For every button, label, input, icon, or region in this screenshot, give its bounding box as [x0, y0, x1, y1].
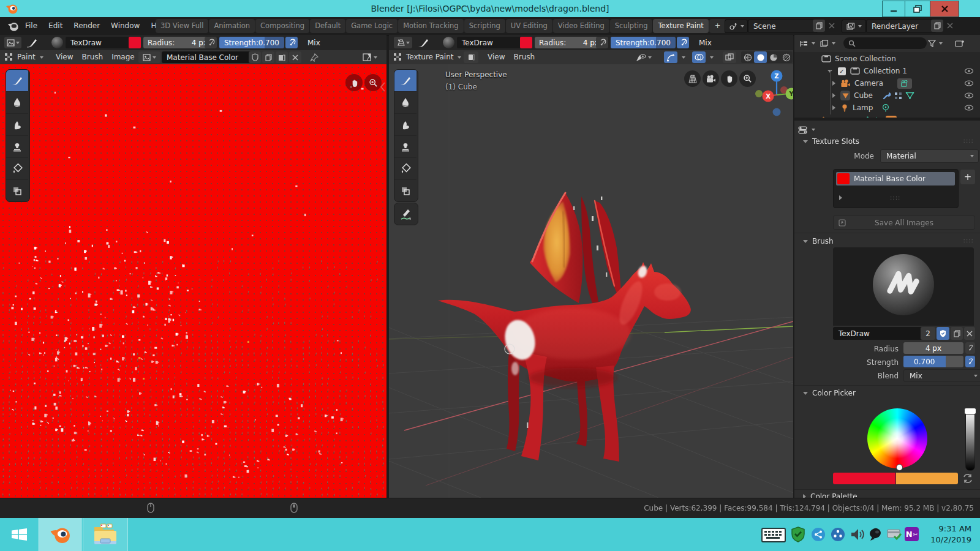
outliner-search-input[interactable] — [843, 37, 927, 49]
hide-eye-icon[interactable] — [964, 105, 974, 111]
interaction-mode-dropdown[interactable]: Texture Paint — [394, 50, 461, 64]
disclosure-icon[interactable] — [832, 105, 835, 110]
image-copy-button[interactable] — [262, 51, 274, 63]
tool-soften-3d[interactable] — [394, 92, 417, 114]
antivirus-shield-icon[interactable] — [791, 527, 805, 542]
taskbar-clock[interactable]: 9:31 AM 10/2/2019 — [930, 523, 971, 545]
tool-draw[interactable] — [6, 70, 28, 92]
color-palette-panel-header[interactable]: Color Palette — [803, 492, 858, 498]
list-resize-grip[interactable]: :::: — [890, 194, 900, 201]
scene-browse-button[interactable] — [725, 20, 748, 33]
share-tray-icon[interactable] — [811, 527, 826, 542]
save-all-images-button[interactable]: Save All Images — [833, 216, 975, 230]
outliner-row-collection-1[interactable]: ✓ Collection 1 — [794, 65, 980, 77]
texture-slot-item-selected[interactable]: Material Base Color — [836, 172, 955, 186]
strength-value-slider[interactable]: 0.700 — [903, 356, 963, 367]
menu-view[interactable]: View — [51, 50, 77, 64]
menu-brush[interactable]: Brush — [77, 50, 107, 64]
axis-minus-y-ball[interactable] — [755, 90, 763, 97]
brush-color-swatch[interactable] — [129, 37, 141, 48]
disclosure-icon[interactable] — [832, 93, 835, 98]
scene-name-field[interactable]: Scene — [748, 20, 818, 33]
swap-colors-icon[interactable] — [962, 473, 973, 484]
hide-eye-icon[interactable] — [964, 92, 974, 99]
strength-pressure-toggle[interactable] — [285, 37, 298, 48]
radius-value-slider[interactable]: 4 px — [903, 342, 963, 354]
workspace-tab-uv-editing[interactable]: UV Editing — [506, 19, 552, 33]
menu-file[interactable]: File — [20, 17, 43, 35]
scene-unlink-button[interactable] — [827, 20, 837, 32]
brush-color-swatch-3d[interactable] — [520, 37, 532, 48]
shading-solid-button[interactable] — [754, 51, 767, 63]
maximize-button[interactable] — [905, 1, 930, 17]
blend-mode-dropdown[interactable]: Mix — [301, 37, 390, 48]
primary-color-swatch[interactable] — [833, 473, 895, 484]
collection-checkbox[interactable]: ✓ — [838, 67, 846, 75]
close-button[interactable] — [930, 1, 959, 17]
overlays-toggle[interactable] — [692, 51, 706, 63]
ortho-grid-button[interactable] — [684, 70, 701, 87]
texture-slots-panel-header[interactable]: Texture Slots — [803, 137, 859, 146]
overlays-dropdown[interactable] — [707, 51, 717, 63]
tool-fill[interactable] — [6, 158, 28, 180]
taskbar-blender-button[interactable] — [39, 518, 81, 551]
pan-view-button[interactable] — [721, 70, 737, 87]
outliner-row-cube[interactable]: Cube — [794, 89, 980, 102]
workspace-tab-motion-tracking[interactable]: Motion Tracking — [398, 19, 464, 33]
render-slot-button[interactable] — [363, 51, 377, 63]
brush-user-count[interactable]: 2 — [921, 327, 935, 340]
gizmo-toggle[interactable] — [664, 51, 677, 63]
view-layer-copy-button[interactable] — [931, 20, 943, 32]
sidebar-collapse-arrow[interactable] — [380, 81, 386, 92]
zoom-button[interactable] — [364, 74, 382, 91]
network-tray-icon[interactable] — [831, 527, 845, 542]
brush-tool-icon[interactable] — [26, 37, 38, 48]
hide-eye-icon[interactable] — [964, 68, 974, 74]
pin-icon[interactable] — [310, 53, 318, 62]
image-name-field[interactable]: Material Base Color — [162, 51, 252, 63]
add-texture-slot-button[interactable]: + — [960, 170, 975, 184]
properties-editor-type-button[interactable] — [798, 124, 815, 136]
dragon-model[interactable] — [438, 193, 691, 462]
radius-slider[interactable]: Radius: 4 px — [143, 37, 212, 48]
workspace-tab-animation[interactable]: Animation — [209, 19, 255, 33]
outliner-row-scene-collection[interactable]: Scene Collection — [794, 53, 980, 65]
audio-device-icon[interactable] — [869, 527, 884, 542]
scene-copy-button[interactable] — [813, 20, 825, 32]
workspace-tab-scripting[interactable]: Scripting — [464, 19, 505, 33]
brush-panel-header[interactable]: Brush — [803, 237, 834, 246]
workspace-tab-compositing[interactable]: Compositing — [255, 19, 309, 33]
outliner-row-camera[interactable]: Camera — [794, 77, 980, 89]
secondary-color-swatch[interactable] — [896, 473, 958, 484]
axis-gizmo[interactable]: Z X Y — [752, 69, 793, 121]
brush-tool-icon-3d[interactable] — [417, 37, 429, 48]
strength-pressure-prop[interactable] — [965, 356, 975, 367]
outliner-row-lamp[interactable]: Lamp — [794, 102, 980, 114]
image-browse-button[interactable] — [138, 51, 160, 63]
outliner-filter-id-type[interactable] — [820, 37, 835, 50]
brush-preview-thumb[interactable] — [51, 37, 63, 48]
xray-toggle[interactable] — [723, 51, 736, 63]
color-wheel[interactable] — [867, 408, 927, 468]
shading-wireframe-button[interactable] — [741, 51, 754, 63]
tool-soften[interactable] — [6, 92, 28, 114]
radius-pressure-toggle[interactable] — [205, 37, 217, 48]
slot-expand-icon[interactable] — [839, 195, 842, 200]
image-unlink-button[interactable] — [289, 51, 301, 63]
shading-material-button[interactable] — [767, 51, 780, 63]
tool-mask-3d[interactable] — [394, 180, 417, 201]
editor-type-button[interactable] — [4, 37, 21, 48]
menu-view-3d[interactable]: View — [483, 50, 509, 64]
new-collection-button[interactable] — [955, 37, 965, 50]
screen-clip-icon[interactable]: N ✂ — [905, 527, 919, 541]
brush-datablock-field[interactable]: TexDraw — [833, 327, 925, 340]
workspace-tab-video-editing[interactable]: Video Editing — [553, 19, 609, 33]
menu-image[interactable]: Image — [107, 50, 139, 64]
color-picker-panel-header[interactable]: Color Picker — [803, 389, 856, 397]
pan-button[interactable] — [345, 74, 363, 91]
start-button[interactable] — [0, 518, 38, 551]
paint-mask-toggle[interactable] — [464, 51, 478, 63]
brush-name-field[interactable]: TexDraw — [66, 37, 132, 48]
radius-pressure-prop[interactable] — [965, 342, 975, 354]
workspace-tab-sculpting[interactable]: Sculpting — [610, 19, 653, 33]
